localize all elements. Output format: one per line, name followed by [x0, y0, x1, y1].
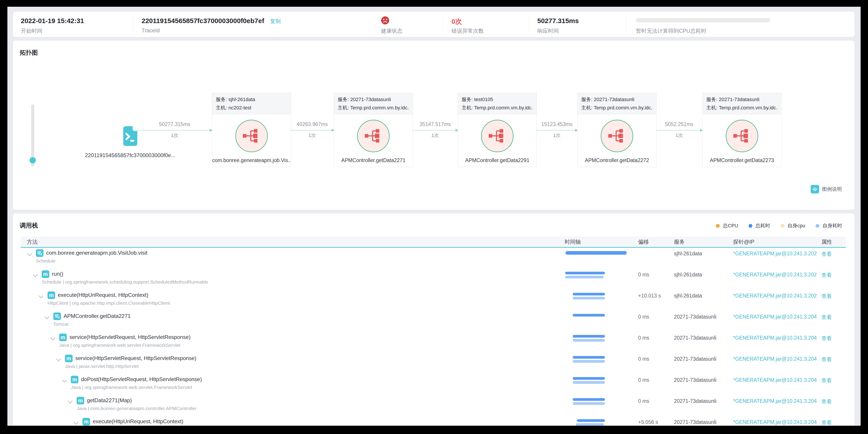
topology-card: 拓扑图 220119154565857fc3700003000f0e... 服务…	[13, 40, 855, 210]
edge-duration-label: 40263.967ms	[283, 121, 341, 127]
sitemap-icon	[243, 128, 260, 143]
legend-dot	[815, 224, 819, 228]
copy-traceid-button[interactable]: 复制	[270, 18, 281, 24]
view-attributes-link[interactable]: 查看	[822, 419, 832, 426]
callstack-row[interactable]: m service(HttpServletRequest, HttpServle…	[21, 354, 846, 375]
view-attributes-link[interactable]: 查看	[822, 377, 832, 384]
topology-node-5[interactable]: 服务: 20271-73datasunli 主机: Temp.prd.comm.…	[703, 93, 781, 167]
callstack-row[interactable]: m service(HttpServletRequest, HttpServle…	[21, 333, 846, 354]
node-host-label: 主机: Temp.prd.comm.vm.by.idc.b...	[581, 104, 653, 112]
offset-value: +5.056 s	[638, 419, 658, 425]
edge-duration-label: 50277.315ms	[146, 121, 204, 127]
topology-node-header: 服务: 20271-73datasunli 主机: Temp.prd.comm.…	[334, 93, 413, 114]
service-name: sjhl-261data	[674, 251, 702, 257]
legend-button-label: 图例说明	[822, 186, 842, 193]
view-attributes-link[interactable]: 查看	[822, 314, 832, 321]
callstack-row[interactable]: m execute(HttpUriRequest, HttpContext) +…	[21, 417, 846, 426]
chevron-down-icon[interactable]	[62, 378, 67, 382]
legend-dot	[749, 224, 752, 228]
method-detail: Java | org.springframework.web.servlet.F…	[71, 385, 192, 390]
legend-button[interactable]: 图例说明	[811, 185, 842, 194]
chevron-down-icon[interactable]	[33, 272, 38, 277]
chevron-down-icon[interactable]	[44, 315, 49, 319]
view-attributes-link[interactable]: 查看	[822, 398, 832, 405]
chevron-down-icon[interactable]	[27, 251, 32, 256]
probe-ip-link[interactable]: *GENERATEAPM.jar@10.241.3.202	[733, 293, 817, 299]
chevron-down-icon[interactable]	[39, 293, 43, 298]
view-attributes-link[interactable]: 查看	[822, 272, 832, 279]
service-name: 20271-73datasunli	[674, 419, 716, 425]
topology-node-body	[703, 114, 781, 157]
method-name: com.bonree.generateapm.job.VisitJob.visi…	[46, 250, 148, 256]
callstack-row[interactable]: m run() Schedule | org.springframework.s…	[21, 270, 846, 291]
legend-target-icon	[811, 185, 819, 194]
legend-label: 总耗时	[755, 222, 770, 229]
method-name: run()	[52, 271, 63, 277]
probe-ip-link[interactable]: *GENERATEAPM.jar@10.241.3.202	[733, 251, 817, 257]
stat-value: 50277.315ms	[537, 17, 579, 25]
offset-value: 0 ms	[638, 335, 649, 341]
chevron-down-icon[interactable]	[56, 357, 61, 361]
method-name: doPost(HttpServletRequest, HttpServletRe…	[81, 376, 202, 382]
probe-ip-link[interactable]: *GENERATEAPM.jar@10.241.3.204	[733, 398, 817, 404]
timeline-bar-thick	[565, 251, 627, 255]
sitemap-icon	[489, 128, 506, 143]
trace-start-node[interactable]	[123, 126, 137, 146]
sitemap-icon	[365, 128, 382, 143]
probe-ip-link[interactable]: *GENERATEAPM.jar@10.241.3.204	[733, 335, 817, 341]
offset-value: 0 ms	[638, 314, 649, 320]
topology-node-body	[212, 114, 291, 157]
callstack-row[interactable]: m execute(HttpUriRequest, HttpContext) H…	[21, 291, 846, 312]
callstack-row[interactable]: m getData2271(Map) Java | com.bonree.gen…	[21, 396, 846, 417]
method-detail: Schedule | org.springframework.schedulin…	[42, 279, 208, 285]
method-icon: m	[48, 291, 55, 299]
topology-node-1[interactable]: 服务: sjhl-261data 主机: nc202-test com.bonr…	[212, 93, 291, 167]
callstack-row[interactable]: com.bonree.generateapm.job.VisitJob.visi…	[21, 249, 846, 270]
timeline-bar-dark	[577, 419, 605, 422]
view-attributes-link[interactable]: 查看	[822, 293, 832, 300]
zoom-slider-track[interactable]	[31, 105, 34, 167]
topology-node-body	[334, 114, 413, 157]
legend-item: 总CPU	[716, 222, 738, 229]
node-status-circle	[481, 120, 514, 152]
timeline-bar-dark	[573, 293, 605, 295]
callstack-row[interactable]: m doPost(HttpServletRequest, HttpServlet…	[21, 375, 846, 396]
view-attributes-link[interactable]: 查看	[822, 251, 832, 258]
legend-dot	[781, 224, 784, 228]
timeline-bar-dark	[573, 356, 605, 359]
topology-node-2[interactable]: 服务: 20271-73datasunli 主机: Temp.prd.comm.…	[334, 93, 413, 167]
topology-node-3[interactable]: 服务: test0105 主机: Temp.prd.comm.vm.by.idc…	[458, 93, 537, 167]
trace-summary-card: 2022-01-19 15:42:31开始时间220119154565857fc…	[13, 12, 855, 37]
topology-node-4[interactable]: 服务: 20271-73datasunli 主机: Temp.prd.comm.…	[578, 93, 656, 167]
callstack-row[interactable]: APMController.getData2271 Tomcat 0 ms 20…	[21, 312, 846, 333]
method-icon: m	[83, 418, 90, 426]
callstack-title: 调用栈	[20, 222, 38, 230]
node-service-label: 服务: 20271-73datasunli	[338, 95, 409, 104]
stat-label: 开始时间	[21, 27, 42, 34]
node-host-label: 主机: nc202-test	[216, 104, 287, 112]
offset-value: +10.013 s	[638, 293, 661, 299]
node-status-circle	[726, 120, 758, 152]
probe-ip-link[interactable]: *GENERATEAPM.jar@10.241.3.204	[733, 377, 817, 383]
legend-item: 自身cpu	[781, 222, 805, 229]
probe-ip-link[interactable]: *GENERATEAPM.jar@10.241.3.204	[733, 419, 817, 425]
topology-node-header: 服务: 20271-73datasunli 主机: Temp.prd.comm.…	[578, 93, 656, 114]
stat-divider	[529, 16, 529, 32]
edge-arrow	[656, 130, 703, 131]
timeline-bar-dark	[565, 272, 605, 274]
probe-ip-link[interactable]: *GENERATEAPM.jar@10.241.3.204	[733, 356, 817, 362]
chevron-down-icon[interactable]	[51, 336, 55, 340]
zoom-slider-handle[interactable]	[30, 157, 36, 164]
chevron-down-icon[interactable]	[74, 420, 79, 425]
edge-count-label: 1次	[283, 132, 341, 139]
probe-ip-link[interactable]: *GENERATEAPM.jar@10.241.3.204	[733, 314, 817, 320]
offset-value: 0 ms	[638, 272, 649, 278]
method-detail: Tomcat	[53, 321, 68, 327]
chevron-down-icon[interactable]	[68, 399, 72, 404]
method-detail: Java | org.springframework.web.servlet.F…	[59, 343, 180, 348]
node-status-circle	[601, 120, 633, 152]
view-attributes-link[interactable]: 查看	[822, 356, 832, 363]
view-attributes-link[interactable]: 查看	[822, 335, 832, 342]
probe-ip-link[interactable]: *GENERATEAPM.jar@10.241.3.202	[733, 272, 817, 278]
trace-detail-screen: 2022-01-19 15:42:31开始时间220119154565857fc…	[0, 0, 868, 434]
